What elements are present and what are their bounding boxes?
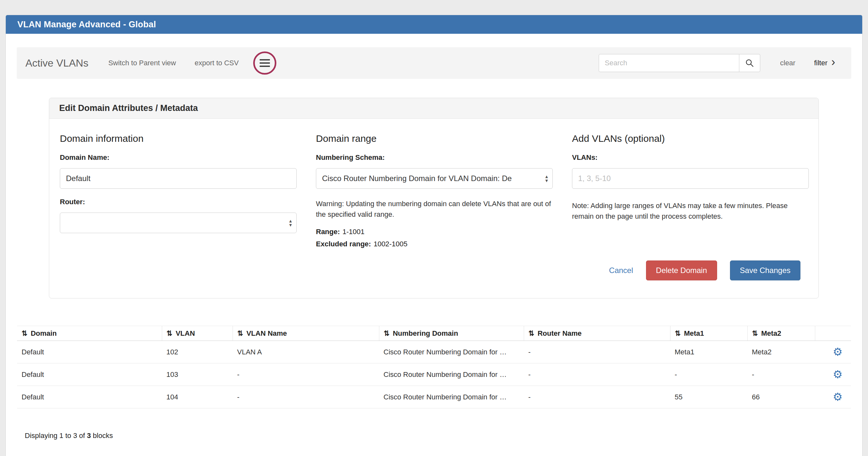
sort-icon[interactable]: ⇅ <box>167 329 173 337</box>
cell-numbering-domain: Cisco Router Numbering Domain for … <box>379 386 524 409</box>
vlans-table-section: ⇅Domain ⇅VLAN ⇅VLAN Name ⇅Numbering Doma… <box>17 326 851 453</box>
vlans-table: ⇅Domain ⇅VLAN ⇅VLAN Name ⇅Numbering Doma… <box>17 326 851 409</box>
numbering-schema-value: Cisco Router Numbering Domain for VLAN D… <box>322 174 512 183</box>
page-title: VLAN Manage Advanced - Global <box>18 20 156 30</box>
panel-actions: Cancel Delete Domain Save Changes <box>60 260 800 281</box>
save-changes-button[interactable]: Save Changes <box>730 260 800 281</box>
clear-filter-link[interactable]: clear <box>780 59 796 67</box>
footer-suffix: blocks <box>91 431 113 439</box>
footer-total: 3 <box>87 431 91 439</box>
router-label: Router: <box>60 198 297 206</box>
search-icon <box>745 58 754 68</box>
cell-actions: ⚙ <box>815 386 851 409</box>
sort-icon[interactable]: ⇅ <box>238 329 243 337</box>
select-arrows-icon: ▴▾ <box>545 174 548 183</box>
add-vlans-note: Note: Adding large ranges of VLANs may t… <box>572 200 809 222</box>
table-header-row: ⇅Domain ⇅VLAN ⇅VLAN Name ⇅Numbering Doma… <box>17 326 851 341</box>
gear-icon[interactable]: ⚙ <box>833 391 843 403</box>
cell-domain: Default <box>17 386 162 409</box>
cell-actions: ⚙ <box>815 341 851 363</box>
column-header-meta1: ⇅Meta1 <box>670 326 747 341</box>
cell-domain: Default <box>17 341 162 363</box>
sort-icon[interactable]: ⇅ <box>384 329 390 337</box>
cell-meta1: - <box>670 363 747 386</box>
column-header-actions <box>815 326 851 341</box>
sort-icon[interactable]: ⇅ <box>675 329 681 337</box>
table-footer: Displaying 1 to 3 of 3 blocks <box>25 431 851 453</box>
column-header-router-name: ⇅Router Name <box>524 326 670 341</box>
cell-meta2: - <box>747 363 815 386</box>
panel-title: Edit Domain Attributes / Metadata <box>59 103 198 113</box>
cell-vlan-name: VLAN A <box>232 341 379 363</box>
menu-button[interactable] <box>253 52 276 75</box>
column-header-meta2: ⇅Meta2 <box>747 326 815 341</box>
vlans-field[interactable] <box>572 168 809 189</box>
filter-toggle[interactable]: filter › <box>814 58 835 68</box>
cell-actions: ⚙ <box>815 363 851 386</box>
range-value: 1-1001 <box>343 228 365 236</box>
select-arrows-icon: ▴▾ <box>289 219 292 227</box>
cell-meta1: Meta1 <box>670 341 747 363</box>
gear-icon[interactable]: ⚙ <box>833 368 843 381</box>
cell-meta1: 55 <box>670 386 747 409</box>
range-line: Range:1-1001 <box>316 228 553 236</box>
sort-icon[interactable]: ⇅ <box>22 329 27 337</box>
cell-numbering-domain: Cisco Router Numbering Domain for … <box>379 341 524 363</box>
section-title-active-vlans: Active VLANs <box>25 57 89 69</box>
range-label: Range: <box>316 228 340 236</box>
toolbar: Active VLANs Switch to Parent view expor… <box>17 47 851 79</box>
delete-domain-button[interactable]: Delete Domain <box>646 260 717 281</box>
domain-range-column: Domain range Numbering Schema: Cisco Rou… <box>316 133 553 248</box>
switch-to-parent-view-link[interactable]: Switch to Parent view <box>108 59 176 67</box>
search-group <box>599 54 760 72</box>
cell-vlan-name: - <box>232 363 379 386</box>
cell-router-name: - <box>524 386 670 409</box>
panel-body: Domain information Domain Name: Router: … <box>49 119 818 298</box>
search-button[interactable] <box>739 54 760 72</box>
table-row: Default 102 VLAN A Cisco Router Numberin… <box>17 341 851 363</box>
column-header-numbering-domain: ⇅Numbering Domain <box>379 326 524 341</box>
sort-icon[interactable]: ⇅ <box>529 329 534 337</box>
cell-numbering-domain: Cisco Router Numbering Domain for … <box>379 363 524 386</box>
excluded-range-label: Excluded range: <box>316 240 371 248</box>
search-input[interactable] <box>599 54 739 72</box>
gear-icon[interactable]: ⚙ <box>833 346 843 358</box>
add-vlans-column: Add VLANs (optional) VLANs: Note: Adding… <box>572 133 809 248</box>
cancel-button[interactable]: Cancel <box>609 266 633 275</box>
cell-vlan: 103 <box>162 363 232 386</box>
cell-router-name: - <box>524 341 670 363</box>
column-header-vlan: ⇅VLAN <box>162 326 232 341</box>
domain-information-heading: Domain information <box>60 133 297 144</box>
add-vlans-heading: Add VLANs (optional) <box>572 133 809 144</box>
cell-vlan: 102 <box>162 341 232 363</box>
panel-header: Edit Domain Attributes / Metadata <box>49 98 818 119</box>
app-header: VLAN Manage Advanced - Global <box>6 15 862 34</box>
edit-domain-panel: Edit Domain Attributes / Metadata Domain… <box>49 98 819 298</box>
domain-range-heading: Domain range <box>316 133 553 144</box>
cell-vlan: 104 <box>162 386 232 409</box>
cell-router-name: - <box>524 363 670 386</box>
table-row: Default 103 - Cisco Router Numbering Dom… <box>17 363 851 386</box>
export-to-csv-link[interactable]: export to CSV <box>195 59 239 67</box>
cell-meta2: Meta2 <box>747 341 815 363</box>
vlans-label: VLANs: <box>572 153 809 162</box>
numbering-domain-warning: Warning: Updating the numbering domain c… <box>316 198 553 220</box>
column-header-vlan-name: ⇅VLAN Name <box>232 326 379 341</box>
numbering-schema-select[interactable]: Cisco Router Numbering Domain for VLAN D… <box>316 168 553 189</box>
cell-domain: Default <box>17 363 162 386</box>
domain-information-column: Domain information Domain Name: Router: … <box>60 133 297 248</box>
column-header-domain: ⇅Domain <box>17 326 162 341</box>
router-select[interactable]: ▴▾ <box>60 213 297 233</box>
excluded-range-line: Excluded range:1002-1005 <box>316 240 553 248</box>
excluded-range-value: 1002-1005 <box>374 240 407 248</box>
menu-icon <box>260 59 270 67</box>
sort-icon[interactable]: ⇅ <box>752 329 758 337</box>
cell-meta2: 66 <box>747 386 815 409</box>
table-row: Default 104 - Cisco Router Numbering Dom… <box>17 386 851 409</box>
domain-name-field[interactable] <box>60 168 297 189</box>
numbering-schema-label: Numbering Schema: <box>316 153 553 162</box>
cell-vlan-name: - <box>232 386 379 409</box>
footer-prefix: Displaying 1 to 3 of <box>25 431 87 439</box>
filter-label: filter <box>814 59 828 67</box>
chevron-right-icon: › <box>831 56 835 68</box>
